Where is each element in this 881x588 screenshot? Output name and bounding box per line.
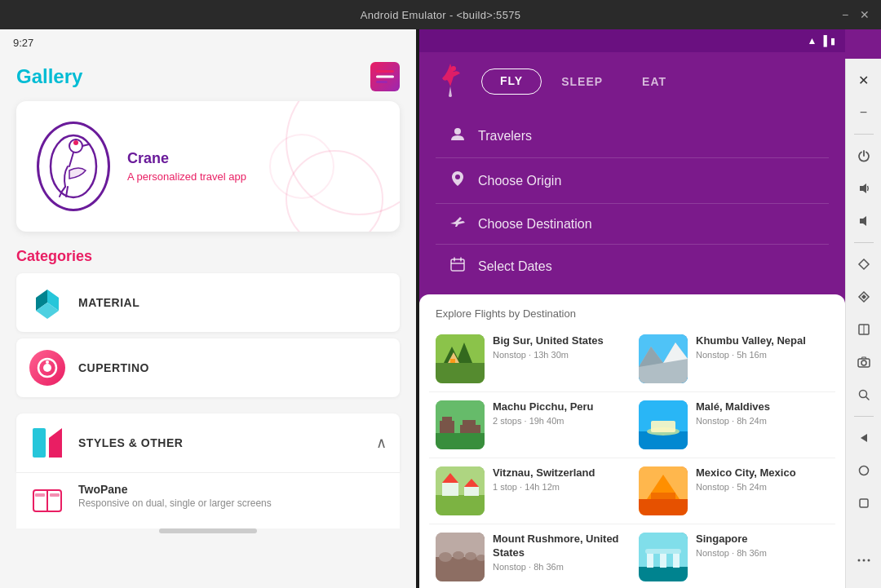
svg-rect-65 bbox=[639, 567, 688, 581]
power-icon bbox=[857, 149, 870, 162]
status-icons: ▲ ▐ ▮ bbox=[808, 35, 835, 46]
destination-item-rushmore[interactable]: Mount Rushmore, United States Nonstop · … bbox=[429, 524, 632, 588]
sidebar-voldown-button[interactable] bbox=[849, 206, 879, 236]
machu-scene bbox=[436, 400, 485, 449]
destination-icon bbox=[449, 215, 467, 232]
categories-title: Categories bbox=[16, 248, 400, 265]
close-button[interactable]: ✕ bbox=[858, 8, 871, 21]
card-info: Crane A personalized travel app bbox=[127, 150, 383, 183]
sidebar-camera-button[interactable] bbox=[849, 347, 879, 377]
tab-eat[interactable]: EAT bbox=[622, 69, 686, 95]
cupertino-icon-svg bbox=[36, 356, 59, 379]
svg-rect-41 bbox=[442, 417, 452, 422]
destination-field[interactable]: Choose Destination bbox=[436, 204, 829, 245]
more-icon[interactable] bbox=[849, 546, 879, 575]
dest-image-inner-khumbu bbox=[639, 334, 688, 383]
dest-detail-rushmore: Nonstop · 8h 36m bbox=[493, 562, 626, 572]
destination-item-bigsur[interactable]: Big Sur, United States Nonstop · 13h 30m bbox=[429, 326, 632, 392]
svg-point-61 bbox=[453, 551, 464, 559]
svg-marker-71 bbox=[860, 216, 866, 226]
category-item-cupertino[interactable]: CUPERTINO bbox=[16, 338, 400, 397]
location-icon bbox=[450, 170, 465, 188]
khumbu-scene bbox=[639, 334, 688, 383]
dest-image-maldives bbox=[639, 400, 688, 449]
destination-item-mexico[interactable]: Mexico City, Mexico Nonstop · 5h 24m bbox=[632, 458, 835, 524]
left-panel: 9:27 Gallery bbox=[0, 29, 416, 588]
dates-field[interactable]: Select Dates bbox=[436, 245, 829, 288]
twopane-icon-svg bbox=[33, 489, 62, 512]
explore-header: Explore Flights by Destination bbox=[419, 294, 845, 326]
sidebar-zoom-button[interactable] bbox=[849, 380, 879, 409]
right-sidebar: ✕ − bbox=[845, 59, 881, 588]
travelers-field[interactable]: Travelers bbox=[436, 114, 829, 158]
dest-detail-singapore: Nonstop · 8h 36m bbox=[696, 548, 829, 558]
sidebar-power-button[interactable] bbox=[849, 141, 879, 170]
dest-image-khumbu bbox=[639, 334, 688, 383]
search-fields: Travelers Choose Origin bbox=[419, 111, 845, 294]
twopane-info: TwoPane Responsive on dual, single or la… bbox=[78, 483, 272, 509]
menu-button[interactable] bbox=[370, 62, 400, 91]
sidebar-diamond1-button[interactable] bbox=[849, 250, 879, 279]
voldown-icon bbox=[857, 214, 870, 228]
destination-item-vitznau[interactable]: Vitznau, Switzerland 1 stop · 14h 12m bbox=[429, 458, 632, 524]
dest-info-singapore: Singapore Nonstop · 8h 36m bbox=[696, 533, 829, 558]
dest-info-vitznau: Vitznau, Switzerland 1 stop · 14h 12m bbox=[493, 466, 626, 492]
origin-field[interactable]: Choose Origin bbox=[436, 158, 829, 204]
styles-header[interactable]: STYLES & OTHER ∧ bbox=[16, 413, 400, 472]
sidebar-separator-1 bbox=[854, 134, 874, 135]
dest-detail-maldives: Nonstop · 8h 24m bbox=[696, 416, 829, 426]
dest-info-khumbu: Khumbu Valley, Nepal Nonstop · 5h 16m bbox=[696, 334, 829, 360]
minimize-button[interactable]: − bbox=[839, 8, 852, 21]
dest-image-inner-mexico bbox=[639, 466, 688, 515]
bottom-bar bbox=[159, 528, 257, 533]
sidebar-home-button[interactable] bbox=[849, 456, 879, 485]
tab-fly[interactable]: FLY bbox=[481, 69, 542, 95]
destination-item-khumbu[interactable]: Khumbu Valley, Nepal Nonstop · 5h 16m bbox=[632, 326, 835, 392]
hamburger-icon bbox=[376, 70, 394, 83]
dest-name-bigsur: Big Sur, United States bbox=[493, 334, 626, 348]
sidebar-close-button[interactable]: ✕ bbox=[849, 65, 879, 95]
svg-point-84 bbox=[857, 559, 860, 562]
tab-sleep[interactable]: SLEEP bbox=[542, 69, 622, 95]
svg-point-85 bbox=[862, 559, 865, 562]
sidebar-recents-button[interactable] bbox=[849, 489, 879, 518]
svg-marker-16 bbox=[49, 428, 62, 458]
twopane-icon bbox=[29, 483, 65, 519]
sidebar-diamond2-button[interactable] bbox=[849, 282, 879, 312]
zoom-icon bbox=[857, 388, 870, 401]
category-item-material[interactable]: MATERIAL bbox=[16, 273, 400, 332]
svg-marker-70 bbox=[860, 183, 866, 193]
svg-rect-24 bbox=[451, 259, 464, 271]
sidebar-more-button[interactable] bbox=[849, 546, 879, 581]
sidebar-separator-2 bbox=[854, 242, 874, 243]
dest-image-vitznau bbox=[436, 466, 485, 515]
featured-card[interactable]: Crane A personalized travel app bbox=[16, 101, 400, 232]
svg-marker-81 bbox=[861, 434, 867, 442]
card-app-name: Crane bbox=[127, 150, 383, 167]
destination-item-singapore[interactable]: Singapore Nonstop · 8h 36m bbox=[632, 524, 835, 588]
sidebar-minimize-button[interactable]: − bbox=[849, 98, 879, 127]
calendar-icon-svg bbox=[449, 256, 466, 272]
destination-item-maldives[interactable]: Malé, Maldives Nonstop · 8h 24m bbox=[632, 392, 835, 458]
sidebar-back-button[interactable] bbox=[849, 423, 879, 453]
sidebar-volup-button[interactable] bbox=[849, 174, 879, 203]
dest-image-inner-rushmore bbox=[436, 533, 485, 581]
diamond1-icon bbox=[857, 258, 870, 271]
bigsur-scene bbox=[436, 334, 485, 383]
svg-rect-68 bbox=[673, 554, 680, 568]
dest-image-singapore bbox=[639, 533, 688, 581]
styles-section: STYLES & OTHER ∧ TwoPane Responsive on d… bbox=[0, 413, 416, 528]
calendar-icon bbox=[449, 256, 467, 276]
sidebar-book-button[interactable] bbox=[849, 315, 879, 344]
origin-label: Choose Origin bbox=[478, 174, 561, 188]
destination-item-machu[interactable]: Machu Picchu, Peru 2 stops · 19h 40m bbox=[429, 392, 632, 458]
svg-rect-43 bbox=[463, 420, 476, 426]
twopane-item[interactable]: TwoPane Responsive on dual, single or la… bbox=[16, 472, 400, 528]
dest-name-vitznau: Vitznau, Switzerland bbox=[493, 466, 626, 480]
dates-label: Select Dates bbox=[478, 259, 552, 274]
sidebar-separator-3 bbox=[854, 416, 874, 417]
expand-icon[interactable]: ∧ bbox=[376, 434, 387, 452]
travelers-label: Travelers bbox=[478, 129, 532, 144]
twopane-name: TwoPane bbox=[78, 483, 272, 496]
dest-name-khumbu: Khumbu Valley, Nepal bbox=[696, 334, 829, 348]
